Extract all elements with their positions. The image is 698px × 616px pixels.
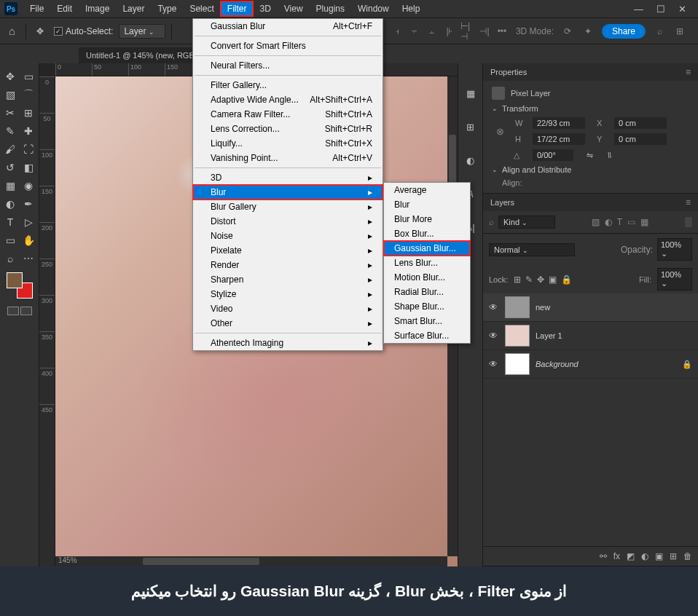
home-icon[interactable]: ⌂ [4, 25, 20, 37]
healing-tool[interactable]: ✚ [20, 122, 37, 140]
align-right-icon[interactable]: ⊣| [478, 25, 491, 38]
more-icon[interactable]: ••• [495, 25, 509, 38]
blur-smart[interactable]: Smart Blur... [384, 314, 470, 328]
minimize-icon[interactable]: — [634, 4, 643, 15]
flip-h-icon[interactable]: ⇋ [587, 151, 593, 160]
blend-mode-select[interactable]: Normal ⌄ [489, 243, 575, 256]
layer-name[interactable]: Layer 1 [536, 331, 692, 340]
search-icon[interactable]: ⌕ [653, 25, 666, 38]
color-panel-icon[interactable]: ▦ [463, 85, 479, 101]
filter-group-pixelate[interactable]: Pixelate▸ [193, 243, 383, 258]
filter-group-other[interactable]: Other▸ [193, 316, 383, 331]
blur-box[interactable]: Box Blur... [384, 226, 470, 241]
stamp-tool[interactable]: ⛶ [20, 141, 37, 158]
height-input[interactable]: 17/22 cm [533, 133, 585, 145]
filter-adjust-icon[interactable]: ◐ [605, 217, 612, 227]
blur-surface[interactable]: Surface Blur... [384, 328, 470, 343]
auto-select-checkbox[interactable]: ✓ [54, 27, 63, 36]
align-hcenter-icon[interactable]: ⊢|⊣ [460, 25, 474, 38]
blur-blur[interactable]: Blur [384, 197, 470, 212]
delete-icon[interactable]: 🗑 [683, 551, 692, 561]
menu-type[interactable]: Type [151, 1, 183, 16]
opacity-input[interactable]: 100% ⌄ [657, 238, 692, 261]
orbit-icon[interactable]: ⟳ [561, 25, 574, 38]
panel-menu-icon[interactable]: ≡ [686, 197, 691, 208]
filter-search-icon[interactable]: ⌕ [489, 217, 494, 227]
menu-select[interactable]: Select [183, 1, 220, 16]
history-brush-tool[interactable]: ↺ [1, 159, 19, 176]
layer-thumbnail[interactable] [505, 353, 530, 375]
menu-plugins[interactable]: Plugins [310, 1, 351, 16]
y-input[interactable]: 0 cm [614, 133, 667, 145]
mask-icon[interactable]: ◩ [627, 551, 635, 561]
blur-radial[interactable]: Radial Blur... [384, 285, 470, 299]
filter-pixel-icon[interactable]: ▧ [592, 217, 600, 227]
swatches-panel-icon[interactable]: ⊞ [463, 119, 479, 135]
menu-help[interactable]: Help [396, 1, 427, 16]
brush-tool[interactable]: 🖌 [1, 141, 19, 158]
filter-group-sharpen[interactable]: Sharpen▸ [193, 272, 383, 287]
filter-last[interactable]: Gaussian BlurAlt+Ctrl+F [193, 19, 383, 33]
gradient-tool[interactable]: ▦ [1, 177, 19, 194]
filter-group-stylize[interactable]: Stylize▸ [193, 287, 383, 301]
foreground-color[interactable] [7, 272, 23, 288]
zoom-tool[interactable]: ⌕ [1, 250, 19, 267]
align-left-icon[interactable]: |⊦ [443, 25, 456, 38]
visibility-icon[interactable]: 👁 [489, 359, 499, 369]
blur-lens[interactable]: Lens Blur... [384, 256, 470, 270]
filter-group-3d[interactable]: 3D▸ [193, 170, 383, 185]
filter-group-blur-gallery[interactable]: Blur Gallery▸ [193, 200, 383, 214]
lock-artboard-icon[interactable]: ▣ [549, 275, 557, 285]
marquee-tool[interactable]: ▧ [1, 86, 19, 103]
angle-input[interactable]: 0/00° [533, 149, 573, 161]
edit-toolbar[interactable]: ⋯ [20, 250, 37, 267]
properties-tab[interactable]: Properties≡ [483, 63, 698, 81]
menu-3d[interactable]: 3D [253, 1, 277, 16]
lock-move-icon[interactable]: ✥ [537, 275, 544, 285]
crop-tool[interactable]: ✂ [1, 104, 19, 122]
menu-view[interactable]: View [278, 1, 310, 16]
workspace-icon[interactable]: ⊞ [673, 25, 686, 38]
ruler-vertical[interactable]: 050100150200250300350400450 [39, 76, 55, 566]
color-swatches[interactable] [7, 272, 33, 299]
align-bottom-icon[interactable]: ⫠ [426, 25, 439, 38]
layer-name[interactable]: new [536, 303, 692, 312]
blur-tool[interactable]: ◉ [20, 177, 37, 194]
filter-athentech[interactable]: Athentech Imaging▸ [193, 336, 383, 350]
scrollbar-horizontal[interactable] [55, 556, 447, 566]
menu-layer[interactable]: Layer [116, 1, 151, 16]
pan-3d-icon[interactable]: ✦ [581, 25, 595, 38]
filter-group-noise[interactable]: Noise▸ [193, 229, 383, 243]
filter-convert-smart[interactable]: Convert for Smart Filters [193, 39, 383, 53]
transform-section[interactable]: ⌄Transform [492, 100, 689, 117]
blur-motion[interactable]: Motion Blur... [384, 270, 470, 285]
move-tool-icon[interactable]: ✥ [32, 23, 48, 39]
filter-lens[interactable]: Lens Correction...Shift+Ctrl+R [193, 122, 383, 136]
menu-filter[interactable]: Filter [221, 1, 254, 16]
shape-tool[interactable]: ▭ [1, 232, 19, 249]
filter-liquify[interactable]: Liquify...Shift+Ctrl+X [193, 136, 383, 151]
visibility-icon[interactable]: 👁 [489, 302, 499, 312]
layer-row[interactable]: 👁 new [483, 293, 698, 322]
filter-type-icon[interactable]: T [617, 217, 622, 227]
align-vcenter-icon[interactable]: ⫟ [408, 25, 421, 38]
filter-group-render[interactable]: Render▸ [193, 258, 383, 272]
layer-thumbnail[interactable] [505, 296, 530, 318]
blur-gaussian[interactable]: Gaussian Blur... [384, 241, 470, 256]
lasso-tool[interactable]: ⌒ [20, 86, 37, 103]
auto-select-target[interactable]: Layer ⌄ [119, 24, 165, 39]
filter-smart-icon[interactable]: ▦ [640, 217, 648, 227]
fill-input[interactable]: 100% ⌄ [657, 268, 692, 291]
eyedropper-tool[interactable]: ✎ [1, 122, 19, 140]
eraser-tool[interactable]: ◧ [20, 159, 37, 176]
pen-tool[interactable]: ✒ [20, 195, 37, 213]
align-section[interactable]: ⌄Align and Distribute [492, 161, 689, 178]
filter-group-video[interactable]: Video▸ [193, 301, 383, 316]
lock-all-icon[interactable]: 🔒 [561, 275, 572, 285]
panel-menu-icon[interactable]: ≡ [686, 67, 691, 77]
filter-group-distort[interactable]: Distort▸ [193, 214, 383, 229]
blur-more[interactable]: Blur More [384, 212, 470, 226]
filter-toggle[interactable] [685, 217, 692, 227]
close-icon[interactable]: ✕ [678, 4, 686, 15]
filter-shape-icon[interactable]: ▭ [627, 217, 635, 227]
